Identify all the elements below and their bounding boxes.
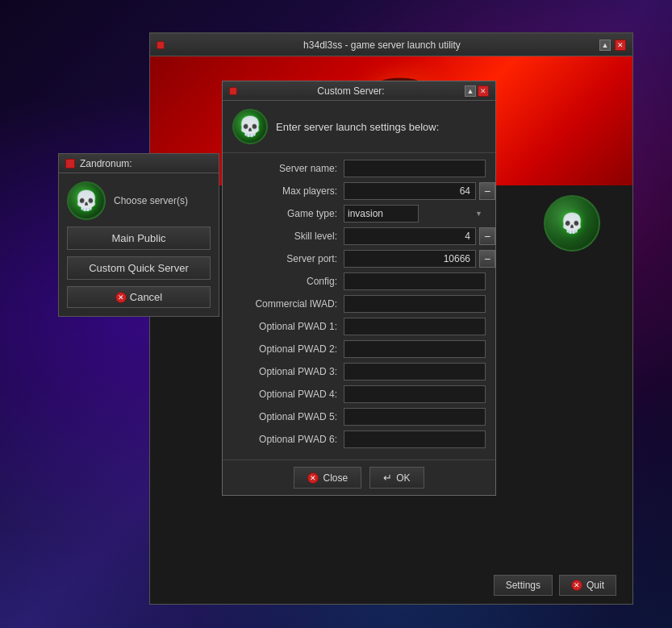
main-public-label: Main Public <box>111 232 165 244</box>
server-port-input[interactable] <box>344 250 476 268</box>
optional-pwad2-label: Optional PWAD 2: <box>232 343 337 355</box>
optional-pwad1-label: Optional PWAD 1: <box>232 321 337 332</box>
dialog-header: 💀 Enter server launch settings below: <box>223 101 495 153</box>
max-players-input[interactable] <box>344 182 476 200</box>
zandronum-logo-row: 💀 Choose server(s) <box>67 181 211 220</box>
zandronum-skull-icon: 💀 <box>74 189 98 212</box>
commercial-iwad-label: Commercial IWAD: <box>232 298 337 310</box>
zandronum-icon <box>65 159 75 168</box>
dialog-icon <box>229 87 237 95</box>
config-label: Config: <box>232 276 337 287</box>
dialog-body: Server name: Max players: − + Game type:… <box>223 153 495 460</box>
server-port-decrease-button[interactable]: − <box>479 250 495 268</box>
dialog-header-text: Enter server launch settings below: <box>276 121 439 133</box>
optional-pwad3-row: Optional PWAD 3: <box>232 363 486 381</box>
optional-pwad3-input[interactable] <box>344 363 486 381</box>
skill-level-input[interactable] <box>344 227 476 245</box>
choose-server-label: Choose server(s) <box>114 195 188 206</box>
main-window-minimize-button[interactable]: ▲ <box>599 40 611 51</box>
dialog-skull-icon: 💀 <box>238 115 262 138</box>
skill-level-control: − <box>344 227 495 245</box>
optional-pwad3-label: Optional PWAD 3: <box>232 366 337 377</box>
main-window-close-button[interactable]: ✕ <box>615 40 626 51</box>
skill-level-decrease-button[interactable]: − <box>479 227 495 245</box>
optional-pwad6-row: Optional PWAD 6: <box>232 430 486 448</box>
close-icon: ✕ <box>307 472 319 484</box>
cancel-label: Cancel <box>130 291 162 303</box>
server-name-label: Server name: <box>232 163 337 174</box>
server-port-row: Server port: − + <box>232 250 486 268</box>
max-players-row: Max players: − + <box>232 182 486 200</box>
max-players-decrease-button[interactable]: − <box>479 182 495 200</box>
zandronum-panel: Zandronum: 💀 Choose server(s) Main Publi… <box>58 153 219 317</box>
cancel-button[interactable]: ✕ Cancel <box>67 286 211 308</box>
optional-pwad5-label: Optional PWAD 5: <box>232 411 337 422</box>
config-row: Config: <box>232 272 486 290</box>
cancel-icon: ✕ <box>115 292 127 303</box>
optional-pwad6-input[interactable] <box>344 430 486 448</box>
settings-button[interactable]: Settings <box>494 575 553 596</box>
settings-label: Settings <box>506 580 541 591</box>
ok-button[interactable]: ↵ OK <box>369 467 424 489</box>
custom-server-dialog: Custom Server: ▲ ✕ 💀 Enter server launch… <box>222 81 496 496</box>
game-type-row: Game type: invasion deathmatch cooperati… <box>232 205 486 223</box>
right-logo-circle: 💀 <box>544 195 600 252</box>
main-footer: Settings ✕ Quit <box>494 575 616 596</box>
main-titlebar: h34dl3ss - game server launch utility ▲ … <box>150 34 632 56</box>
optional-pwad5-input[interactable] <box>344 408 486 426</box>
optional-pwad4-input[interactable] <box>344 385 486 403</box>
dialog-minimize-button[interactable]: ▲ <box>465 85 476 97</box>
optional-pwad4-row: Optional PWAD 4: <box>232 385 486 403</box>
optional-pwad4-label: Optional PWAD 4: <box>232 389 337 400</box>
server-port-control: − + <box>344 250 495 268</box>
zandronum-titlebar: Zandronum: <box>59 154 219 173</box>
max-players-label: Max players: <box>232 185 337 197</box>
zandronum-body: 💀 Choose server(s) Main Public Custom Qu… <box>59 173 219 316</box>
commercial-iwad-input[interactable] <box>344 295 486 313</box>
close-label: Close <box>323 472 348 484</box>
quit-icon: ✕ <box>571 580 582 591</box>
zandronum-title: Zandronum: <box>80 158 132 169</box>
optional-pwad6-label: Optional PWAD 6: <box>232 434 337 445</box>
dialog-footer: ✕ Close ↵ OK <box>223 460 495 495</box>
dialog-close-button[interactable]: ✕ <box>478 85 489 97</box>
game-type-label: Game type: <box>232 208 337 219</box>
dialog-title: Custom Server: <box>237 85 465 97</box>
optional-pwad1-input[interactable] <box>344 318 486 335</box>
server-name-input[interactable] <box>344 160 486 177</box>
server-port-label: Server port: <box>232 253 337 264</box>
right-logo-area: 💀 <box>544 195 600 252</box>
quit-button[interactable]: ✕ Quit <box>559 575 616 596</box>
max-players-control: − + <box>344 182 495 200</box>
dialog-titlebar: Custom Server: ▲ ✕ <box>223 81 495 101</box>
close-button[interactable]: ✕ Close <box>294 467 361 489</box>
optional-pwad1-row: Optional PWAD 1: <box>232 318 486 335</box>
skill-level-row: Skill level: − <box>232 227 486 245</box>
zandronum-logo: 💀 <box>67 181 106 220</box>
server-name-row: Server name: <box>232 160 486 177</box>
dialog-buttons: ▲ ✕ <box>465 85 489 97</box>
config-input[interactable] <box>344 272 486 290</box>
main-window-icon <box>157 41 165 49</box>
main-window-title: h34dl3ss - game server launch utility <box>165 40 599 51</box>
main-public-button[interactable]: Main Public <box>67 227 211 250</box>
game-type-wrapper: invasion deathmatch cooperative capture … <box>344 205 486 223</box>
quit-label: Quit <box>586 580 604 591</box>
skill-level-label: Skill level: <box>232 231 337 242</box>
custom-quick-server-button[interactable]: Custom Quick Server <box>67 256 211 280</box>
dialog-logo: 💀 <box>232 109 268 144</box>
game-type-select[interactable]: invasion deathmatch cooperative capture … <box>344 205 419 223</box>
ok-label: OK <box>396 472 410 484</box>
commercial-iwad-row: Commercial IWAD: <box>232 295 486 313</box>
optional-pwad2-input[interactable] <box>344 340 486 358</box>
custom-quick-server-label: Custom Quick Server <box>89 262 189 274</box>
optional-pwad5-row: Optional PWAD 5: <box>232 408 486 426</box>
optional-pwad2-row: Optional PWAD 2: <box>232 340 486 358</box>
ok-icon: ↵ <box>383 472 392 484</box>
right-logo-skull-icon: 💀 <box>560 212 584 235</box>
